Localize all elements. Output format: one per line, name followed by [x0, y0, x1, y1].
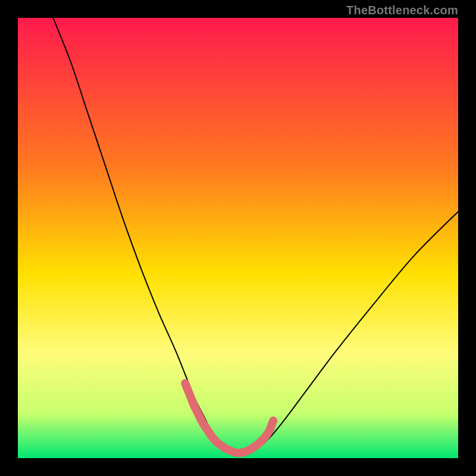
chart-frame	[18, 18, 458, 458]
watermark-label: TheBottleneck.com	[346, 4, 458, 17]
chart-background	[18, 18, 458, 458]
bottleneck-chart	[18, 18, 458, 458]
